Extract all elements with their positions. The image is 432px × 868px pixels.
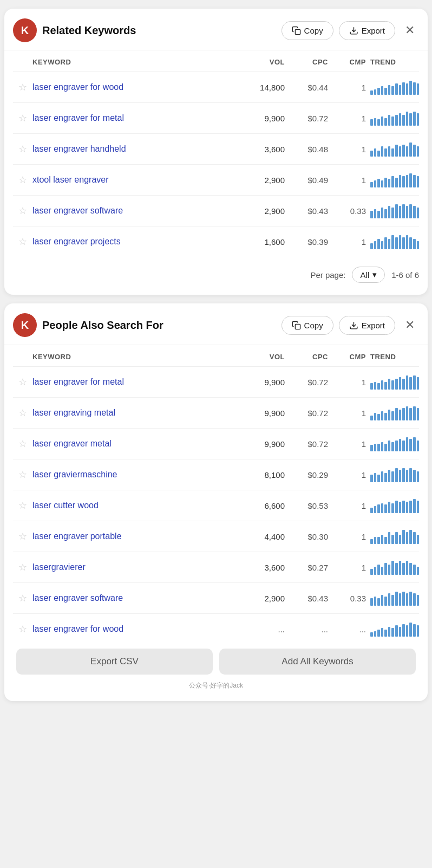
vol-value: 14,800 xyxy=(240,83,289,92)
keyword-link[interactable]: laser engraver portable xyxy=(32,532,240,541)
cmp-value: 1 xyxy=(332,532,370,541)
vol-col-header: VOL xyxy=(240,58,289,66)
trend-chart xyxy=(370,467,419,482)
favorite-star-icon[interactable]: ☆ xyxy=(13,469,32,481)
svg-rect-0 xyxy=(295,29,300,34)
cmp-value: 1 xyxy=(332,114,370,123)
watermark: 公众号·好字的Jack xyxy=(4,679,428,692)
favorite-star-icon[interactable]: ☆ xyxy=(13,81,32,93)
table-row: ☆laser engraver for wood......... xyxy=(13,614,419,644)
table-row: ☆laser cutter wood6,600$0.531 xyxy=(13,490,419,521)
cpc-col-header2: CPC xyxy=(289,353,332,361)
keyword-link[interactable]: laser engraver software xyxy=(32,593,240,603)
cmp-value: ... xyxy=(332,625,370,634)
keyword-link[interactable]: laser cutter wood xyxy=(32,501,240,510)
favorite-star-icon[interactable]: ☆ xyxy=(13,438,32,450)
trend-chart xyxy=(370,560,419,575)
vol-value: 9,900 xyxy=(240,439,289,449)
vol-value: 1,600 xyxy=(240,237,289,247)
favorite-star-icon[interactable]: ☆ xyxy=(13,143,32,155)
panel1-table-header: KEYWORD VOL CPC CMP TREND xyxy=(13,50,419,72)
table-row: ☆lasergravierer3,600$0.271 xyxy=(13,552,419,583)
export-csv-button[interactable]: Export CSV xyxy=(16,649,213,675)
table-row: ☆laser engraver handheld3,600$0.481 xyxy=(13,134,419,165)
cpc-value: $0.72 xyxy=(289,409,332,418)
table-row: ☆laser graviermaschine8,100$0.291 xyxy=(13,459,419,490)
keyword-link[interactable]: laser engraver software xyxy=(32,206,240,216)
cmp-value: 1 xyxy=(332,176,370,185)
vol-value: 9,900 xyxy=(240,114,289,123)
panel2-copy-button[interactable]: Copy xyxy=(282,316,333,335)
vol-value: 3,600 xyxy=(240,145,289,154)
panel2-header-buttons: Copy Export ✕ xyxy=(282,316,419,335)
cmp-value: 1 xyxy=(332,378,370,387)
cpc-value: $0.29 xyxy=(289,470,332,480)
vol-value: 9,900 xyxy=(240,409,289,418)
copy-icon xyxy=(292,26,301,35)
cmp-col-header: CMP xyxy=(332,58,370,66)
cmp-value: 1 xyxy=(332,470,370,480)
svg-rect-2 xyxy=(295,324,300,329)
cmp-value: 1 xyxy=(332,563,370,572)
table-row: ☆laser engraver metal9,900$0.721 xyxy=(13,429,419,459)
favorite-star-icon[interactable]: ☆ xyxy=(13,623,32,635)
favorite-star-icon[interactable]: ☆ xyxy=(13,530,32,542)
export-icon xyxy=(349,26,358,35)
favorite-star-icon[interactable]: ☆ xyxy=(13,592,32,604)
keyword-link[interactable]: laser engraver projects xyxy=(32,237,240,247)
cmp-value: 1 xyxy=(332,409,370,418)
favorite-star-icon[interactable]: ☆ xyxy=(13,407,32,419)
favorite-star-icon[interactable]: ☆ xyxy=(13,376,32,388)
keyword-col-header: KEYWORD xyxy=(32,58,240,66)
panel2-table-header: KEYWORD VOL CPC CMP TREND xyxy=(13,345,419,367)
star-col-header xyxy=(13,58,32,66)
keyword-link[interactable]: laser engraver for wood xyxy=(32,82,240,92)
panel1-pagination: Per page: All ▾ 1-6 of 6 xyxy=(4,257,428,286)
favorite-star-icon[interactable]: ☆ xyxy=(13,112,32,124)
panel1-export-button[interactable]: Export xyxy=(339,21,395,40)
trend-chart xyxy=(370,141,419,157)
keyword-link[interactable]: lasergravierer xyxy=(32,562,240,572)
trend-col-header2: TREND xyxy=(370,353,419,361)
keyword-link[interactable]: laser engraver for wood xyxy=(32,624,240,634)
related-keywords-panel: K Related Keywords Copy Export ✕ xyxy=(4,9,428,295)
trend-chart xyxy=(370,621,419,637)
per-page-select[interactable]: All ▾ xyxy=(352,267,385,283)
vol-value: ... xyxy=(240,625,289,634)
favorite-star-icon[interactable]: ☆ xyxy=(13,236,32,248)
cpc-value: $0.72 xyxy=(289,114,332,123)
cmp-value: 1 xyxy=(332,145,370,154)
keyword-link[interactable]: laser engraver handheld xyxy=(32,144,240,154)
panel1-close-button[interactable]: ✕ xyxy=(401,21,419,40)
favorite-star-icon[interactable]: ☆ xyxy=(13,561,32,573)
table-row: ☆laser engraver for metal9,900$0.721 xyxy=(13,367,419,398)
keyword-link[interactable]: laser engraver for metal xyxy=(32,377,240,387)
keyword-link[interactable]: xtool laser engraver xyxy=(32,175,240,185)
trend-chart xyxy=(370,591,419,606)
add-all-keywords-button[interactable]: Add All Keywords xyxy=(219,649,416,675)
per-page-label: Per page: xyxy=(310,270,345,280)
vol-col-header2: VOL xyxy=(240,353,289,361)
vol-value: 6,600 xyxy=(240,501,289,510)
trend-chart xyxy=(370,234,419,249)
vol-value: 2,900 xyxy=(240,176,289,185)
keyword-link[interactable]: laser engraver for metal xyxy=(32,113,240,123)
star-col-header2 xyxy=(13,353,32,361)
trend-chart xyxy=(370,80,419,95)
table-row: ☆laser engraver projects1,600$0.391 xyxy=(13,226,419,257)
favorite-star-icon[interactable]: ☆ xyxy=(13,205,32,217)
favorite-star-icon[interactable]: ☆ xyxy=(13,174,32,186)
keyword-link[interactable]: laser engraving metal xyxy=(32,408,240,418)
keyword-col-header2: KEYWORD xyxy=(32,353,240,361)
panel2-close-button[interactable]: ✕ xyxy=(401,316,419,335)
panel2-table: KEYWORD VOL CPC CMP TREND ☆laser engrave… xyxy=(4,345,428,644)
panel2-export-button[interactable]: Export xyxy=(339,316,395,335)
favorite-star-icon[interactable]: ☆ xyxy=(13,500,32,511)
panel2-rows: ☆laser engraver for metal9,900$0.721☆las… xyxy=(13,367,419,644)
keyword-link[interactable]: laser engraver metal xyxy=(32,439,240,449)
export-icon2 xyxy=(349,321,358,330)
keyword-link[interactable]: laser graviermaschine xyxy=(32,470,240,480)
cpc-value: ... xyxy=(289,625,332,634)
trend-chart xyxy=(370,203,419,218)
panel1-copy-button[interactable]: Copy xyxy=(282,21,333,40)
